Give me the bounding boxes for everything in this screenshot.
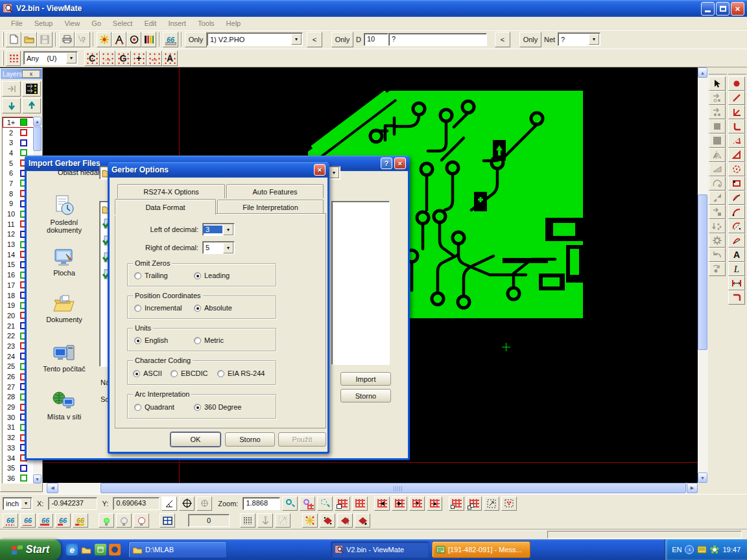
- dialog-title-bar[interactable]: Gerber Options ×: [108, 162, 329, 178]
- jump-button[interactable]: [275, 513, 290, 528]
- place-my-computer[interactable]: Tento počítač: [33, 344, 95, 373]
- dialog-help-button[interactable]: ?: [381, 158, 392, 169]
- redraw-button[interactable]: [335, 496, 350, 511]
- select-cursor-icon[interactable]: [709, 76, 726, 91]
- snap-grid-button[interactable]: [240, 513, 255, 528]
- scroll-down-icon[interactable]: ▼: [33, 474, 42, 484]
- undo-icon[interactable]: [709, 248, 726, 262]
- skew-icon[interactable]: [709, 162, 726, 176]
- tile-windows-button[interactable]: [160, 513, 175, 528]
- green-book-icon[interactable]: [95, 544, 106, 555]
- place-network[interactable]: Místa v síti: [33, 391, 95, 421]
- menu-item-view[interactable]: View: [58, 18, 86, 29]
- tab-rs274x-options[interactable]: RS274-X Options: [117, 184, 225, 198]
- import-button[interactable]: Import: [340, 372, 391, 386]
- dcode-input[interactable]: 10: [364, 33, 388, 46]
- hide-icons-chevron[interactable]: ‹: [685, 545, 694, 554]
- measure-button[interactable]: 66: [163, 32, 178, 47]
- draw-circle-icon[interactable]: [728, 162, 745, 176]
- measure-points-button[interactable]: 66: [3, 513, 18, 528]
- aperture-move-button[interactable]: →: [100, 51, 115, 66]
- scroll-right-icon[interactable]: ▶: [687, 483, 698, 493]
- context-help-button[interactable]: ?: [75, 32, 90, 47]
- menu-item-go[interactable]: Go: [86, 18, 107, 29]
- print-button[interactable]: [59, 32, 75, 47]
- radio-english[interactable]: [134, 337, 141, 344]
- filled-rect2-icon[interactable]: [709, 134, 726, 148]
- zoom-window-button[interactable]: [317, 496, 333, 511]
- highlight-on-button[interactable]: [99, 513, 114, 528]
- cancel-button[interactable]: Storno: [340, 389, 391, 402]
- draw-bracket-icon[interactable]: [728, 119, 745, 134]
- pan-down-button[interactable]: ▼: [409, 496, 425, 511]
- draw-rect-icon[interactable]: [728, 176, 745, 191]
- pad-select-button[interactable]: [126, 32, 141, 47]
- scrollbar-thumb[interactable]: [101, 483, 686, 493]
- draw-polyline-icon[interactable]: [728, 105, 745, 119]
- start-button[interactable]: Start: [0, 539, 61, 560]
- pan-right-button[interactable]: ▶: [392, 496, 407, 511]
- aperture-c-button[interactable]: C: [84, 51, 100, 66]
- aperture-g-button[interactable]: G: [115, 51, 131, 66]
- select-region-button[interactable]: [501, 496, 517, 511]
- layer-down-icon[interactable]: [2, 98, 21, 113]
- film-colors-button[interactable]: [141, 32, 156, 47]
- transform-icon[interactable]: [709, 262, 726, 276]
- scroll-left-icon[interactable]: ◀: [47, 483, 58, 493]
- move-item-icon[interactable]: [709, 91, 726, 105]
- measure-angle-button[interactable]: 66: [73, 513, 88, 528]
- right-of-decimal-select[interactable]: 5 ▼: [202, 241, 235, 254]
- draw-arc4-icon[interactable]: [728, 233, 745, 248]
- tray-notes-icon[interactable]: [697, 545, 707, 554]
- menu-item-help[interactable]: Help: [220, 18, 247, 29]
- tab-data-format[interactable]: Data Format: [115, 199, 216, 215]
- radio-metric[interactable]: [194, 337, 201, 344]
- grid-add-button[interactable]: [449, 496, 464, 511]
- probe-button[interactable]: [196, 496, 212, 511]
- dcode-query-input[interactable]: ?: [388, 33, 487, 46]
- draw-arc1-icon[interactable]: [728, 191, 745, 205]
- minimize-button[interactable]: [701, 2, 715, 16]
- place-desktop[interactable]: Plocha: [33, 248, 95, 277]
- rotate-icon[interactable]: [709, 176, 726, 191]
- aperture-filter-select[interactable]: Any (U) ▼: [23, 51, 78, 65]
- menu-item-select[interactable]: Select: [107, 18, 139, 29]
- menu-item-file[interactable]: File: [5, 18, 29, 29]
- zoom-grid-button[interactable]: [300, 496, 315, 511]
- radio-ascii[interactable]: [133, 370, 140, 377]
- copy-item-icon[interactable]: [709, 105, 726, 119]
- chevron-down-icon[interactable]: ▼: [66, 52, 77, 64]
- folder-shortcut-icon[interactable]: [80, 544, 92, 555]
- dialog-close-button[interactable]: ×: [314, 164, 326, 176]
- save-button[interactable]: [37, 32, 53, 47]
- cancel-button[interactable]: Storno: [225, 432, 275, 447]
- chevron-down-icon[interactable]: ▼: [223, 242, 233, 253]
- close-button[interactable]: ×: [731, 2, 744, 16]
- scroll-up-icon[interactable]: ▲: [33, 117, 42, 126]
- pad-dot-mode-button[interactable]: 3: [355, 513, 370, 528]
- dot-pattern-button[interactable]: [6, 51, 21, 66]
- anchor-button[interactable]: [257, 513, 273, 528]
- radio-eia-rs244[interactable]: [217, 370, 224, 377]
- pan-left-button[interactable]: ◀: [374, 496, 390, 511]
- stretch-button[interactable]: [484, 496, 499, 511]
- draw-label-icon[interactable]: L: [728, 262, 745, 276]
- draw-text-icon[interactable]: A: [728, 248, 745, 262]
- scroll-down-icon[interactable]: ▼: [698, 472, 707, 483]
- settings-gear-icon[interactable]: [709, 233, 726, 248]
- menu-item-edit[interactable]: Edit: [138, 18, 162, 29]
- chevron-down-icon[interactable]: ▼: [223, 224, 233, 235]
- scrollbar-thumb[interactable]: [698, 194, 707, 350]
- angle-mode-button[interactable]: [161, 496, 177, 511]
- layer-up-icon[interactable]: [22, 98, 41, 113]
- dialog-close-button[interactable]: ×: [394, 158, 406, 169]
- grid-copy-button[interactable]: [466, 496, 482, 511]
- vertical-scrollbar[interactable]: ▲ ▼: [698, 67, 708, 483]
- chevron-down-icon[interactable]: ▼: [291, 34, 302, 45]
- title-bar[interactable]: V2.bin - ViewMate ×: [0, 0, 747, 17]
- grid-toggle-button[interactable]: [352, 496, 368, 511]
- tray-icq-icon[interactable]: [710, 545, 719, 554]
- scroll-up-icon[interactable]: ▲: [698, 67, 707, 78]
- scrollbar-thumb[interactable]: [33, 126, 42, 151]
- radio-ebcdic[interactable]: [171, 370, 178, 377]
